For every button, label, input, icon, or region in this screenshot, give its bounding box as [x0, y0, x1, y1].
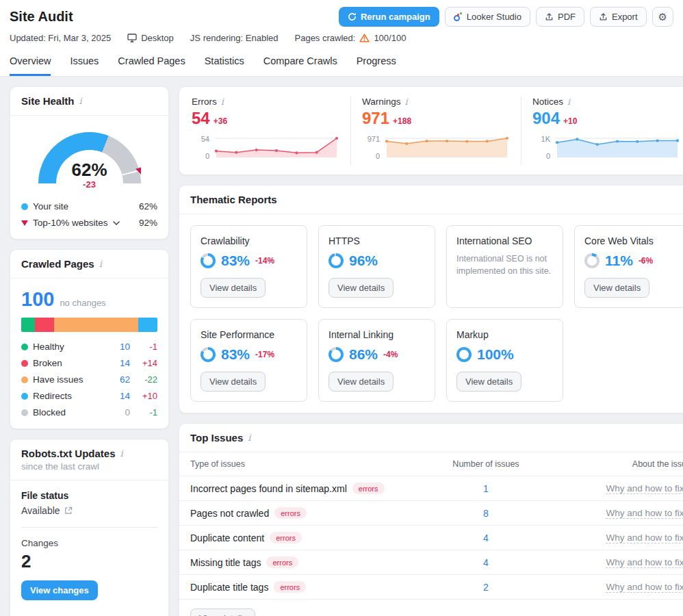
- issue-count-link[interactable]: 2: [431, 582, 541, 593]
- notices-sparkline: [554, 133, 680, 165]
- rerun-campaign-button[interactable]: Rerun campaign: [339, 7, 439, 27]
- report-percent: 96%: [349, 253, 378, 269]
- info-icon[interactable]: i: [405, 97, 408, 107]
- looker-studio-button[interactable]: Looker Studio: [445, 7, 530, 27]
- gauge-value: 62%: [38, 159, 141, 181]
- chevron-down-icon[interactable]: [113, 221, 120, 225]
- donut-chart: [328, 253, 344, 268]
- errors-badge: errors: [274, 581, 306, 593]
- legend-your-site: Your site 62%: [21, 201, 157, 211]
- report-percent: 11%: [605, 253, 633, 269]
- tab-overview[interactable]: Overview: [10, 55, 51, 76]
- pages-crawled-value: 100/100: [374, 33, 406, 43]
- tab-crawled-pages[interactable]: Crawled Pages: [118, 55, 185, 76]
- warnings-metric: Warnings i 971 +188 971 0: [350, 97, 521, 165]
- robots-title: Robots.txt Updates: [21, 448, 116, 459]
- blue-dot-icon: [21, 203, 28, 210]
- site-health-card: Site Health i 62% -23 Your site 62% Top: [10, 86, 169, 240]
- gray-dot-icon: [21, 409, 28, 416]
- view-details-button[interactable]: View details: [328, 372, 394, 392]
- legend-value[interactable]: 14: [105, 391, 130, 401]
- legend-blocked: Blocked 0 -1: [21, 407, 157, 418]
- sidebar: Site Health i 62% -23 Your site 62% Top: [10, 86, 169, 616]
- header-actions: Rerun campaign Looker Studio PDF Export …: [339, 7, 673, 27]
- legend-label: Top-10% websites: [33, 218, 108, 228]
- errors-value[interactable]: 54: [192, 109, 210, 128]
- legend-delta: -1: [133, 342, 157, 352]
- crawled-pages-stacked-bar: [21, 318, 157, 332]
- tab-progress[interactable]: Progress: [357, 55, 396, 76]
- why-how-to-fix-link[interactable]: Why and how to fix it: [606, 483, 683, 494]
- warnings-value[interactable]: 971: [362, 109, 389, 128]
- site-health-title: Site Health: [21, 95, 75, 107]
- why-how-to-fix-link[interactable]: Why and how to fix it: [606, 582, 683, 593]
- why-how-to-fix-link[interactable]: Why and how to fix it: [606, 557, 683, 568]
- notices-value[interactable]: 904: [532, 109, 560, 128]
- view-details-button[interactable]: View details: [201, 372, 266, 392]
- report-title: Internal Linking: [328, 329, 425, 340]
- table-row: Incorrect pages found in sitemap.xmlerro…: [179, 476, 683, 501]
- robots-subtitle: since the last crawl: [21, 461, 157, 472]
- view-details-button[interactable]: View details: [328, 278, 394, 298]
- errors-metric: Errors i 54 +36 54 0: [190, 97, 350, 165]
- report-title: International SEO: [456, 235, 553, 246]
- external-link-icon: [64, 506, 73, 515]
- donut-chart: [456, 347, 472, 362]
- export-button[interactable]: Export: [590, 7, 647, 27]
- tab-compare-crawls[interactable]: Compare Crawls: [263, 55, 337, 76]
- column-number-of-issues: Number of issues: [431, 459, 541, 469]
- issue-count-link[interactable]: 4: [431, 557, 541, 568]
- legend-value[interactable]: 14: [105, 358, 130, 368]
- report-delta: -4%: [383, 350, 398, 359]
- issue-count-link[interactable]: 4: [431, 532, 541, 543]
- warnings-label: Warnings: [362, 97, 401, 107]
- view-details-button[interactable]: View details: [201, 278, 266, 298]
- notices-delta: +10: [563, 116, 577, 126]
- international-seo-card: International SEO International SEO is n…: [446, 225, 563, 308]
- report-description: International SEO is not implemented on …: [456, 253, 553, 277]
- info-icon[interactable]: i: [79, 96, 82, 106]
- info-icon[interactable]: i: [248, 433, 250, 443]
- issue-count-link[interactable]: 8: [431, 508, 541, 519]
- info-icon[interactable]: i: [99, 259, 102, 269]
- settings-button[interactable]: ⚙: [652, 7, 673, 27]
- https-card: HTTPS 96% View details: [318, 225, 435, 308]
- report-percent: 83%: [221, 346, 250, 363]
- tab-statistics[interactable]: Statistics: [205, 55, 244, 76]
- gauge-delta: -23: [38, 179, 141, 190]
- bar-segment-broken: [35, 318, 54, 332]
- core-web-vitals-card: Core Web Vitals 11% -6% View details: [574, 225, 683, 308]
- red-triangle-icon: [21, 220, 28, 226]
- errors-badge: errors: [266, 556, 298, 568]
- tab-issues[interactable]: Issues: [70, 55, 99, 76]
- why-how-to-fix-link[interactable]: Why and how to fix it: [606, 508, 683, 519]
- report-title: HTTPS: [328, 235, 425, 246]
- notices-metric: Notices i 904 +10 1K 0: [521, 97, 683, 165]
- looker-studio-icon: [454, 12, 463, 21]
- audit-meta-row: Updated: Fri, Mar 3, 2025 Desktop JS ren…: [10, 33, 673, 43]
- file-status-link[interactable]: Available: [21, 505, 73, 516]
- legend-value[interactable]: 10: [105, 342, 130, 352]
- info-icon[interactable]: i: [221, 97, 224, 107]
- report-title: Core Web Vitals: [584, 235, 681, 246]
- tab-bar: Overview Issues Crawled Pages Statistics…: [0, 43, 683, 77]
- errors-badge: errors: [274, 507, 307, 519]
- view-details-button[interactable]: View details: [456, 372, 521, 392]
- legend-value[interactable]: 62: [105, 374, 130, 385]
- issue-type: Pages not crawled: [190, 508, 269, 519]
- pdf-button[interactable]: PDF: [536, 7, 584, 27]
- view-details-button[interactable]: View details: [190, 608, 255, 616]
- y-axis-labels: 1K 0: [532, 133, 550, 161]
- why-how-to-fix-link[interactable]: Why and how to fix it: [606, 532, 683, 543]
- legend-label: Your site: [33, 201, 68, 211]
- info-icon[interactable]: i: [567, 97, 570, 107]
- y-axis-labels: 54 0: [192, 133, 209, 161]
- crawlability-card: Crawlability 83% -14% View details: [190, 225, 307, 308]
- legend-healthy: Healthy 10 -1: [21, 342, 157, 352]
- issue-count-link[interactable]: 1: [431, 483, 541, 494]
- y-axis-labels: 971 0: [362, 133, 380, 161]
- view-details-button[interactable]: View details: [584, 278, 649, 298]
- view-changes-button[interactable]: View changes: [21, 580, 98, 600]
- info-icon[interactable]: i: [120, 448, 123, 459]
- green-dot-icon: [21, 344, 28, 350]
